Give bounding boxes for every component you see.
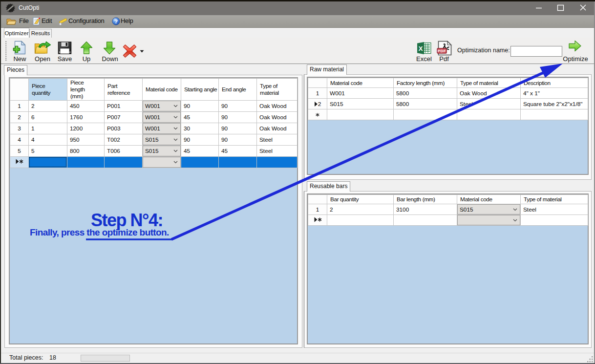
svg-text:?: ? — [114, 19, 118, 24]
svg-text:PDF: PDF — [438, 49, 446, 53]
svg-text:X: X — [419, 45, 423, 52]
